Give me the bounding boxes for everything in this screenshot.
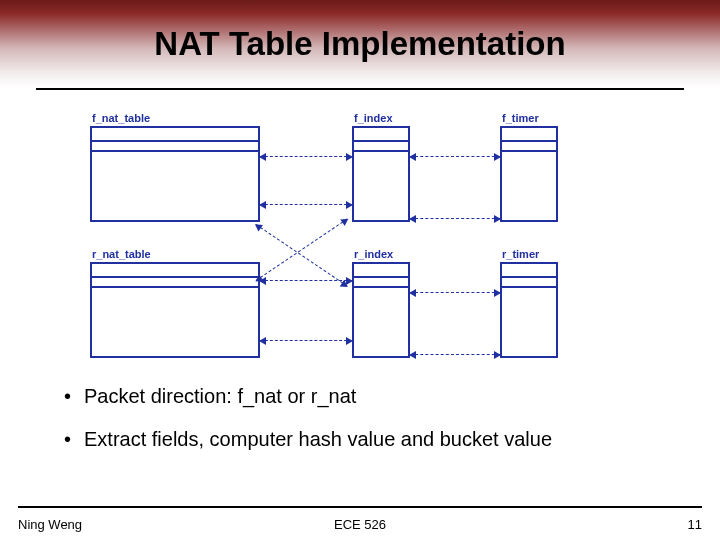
- r-nat-table-label: r_nat_table: [92, 248, 151, 260]
- bullet-item: Packet direction: f_nat or r_nat: [60, 384, 660, 409]
- r-timer-box: r_timer: [500, 262, 558, 358]
- slide-title: NAT Table Implementation: [154, 25, 565, 63]
- arrow-nat-idx-top2: [260, 204, 352, 205]
- title-divider: [36, 88, 684, 90]
- arrow-nat-idx-bot2: [260, 340, 352, 341]
- footer-author: Ning Weng: [18, 517, 82, 532]
- bullet-list: Packet direction: f_nat or r_nat Extract…: [60, 384, 660, 452]
- arrow-cross-up: [256, 219, 348, 281]
- r-nat-table-box: r_nat_table: [90, 262, 260, 358]
- f-index-label: f_index: [354, 112, 393, 124]
- bullet-item: Extract fields, computer hash value and …: [60, 427, 660, 452]
- nat-diagram: f_nat_table f_index f_timer r_nat_table …: [60, 104, 660, 364]
- footer-course: ECE 526: [334, 517, 386, 532]
- arrow-cross-down: [256, 224, 348, 286]
- footer-page-number: 11: [688, 517, 702, 532]
- footer-divider: [18, 506, 702, 508]
- slide-footer: Ning Weng ECE 526 11: [0, 517, 720, 532]
- r-index-label: r_index: [354, 248, 393, 260]
- f-timer-label: f_timer: [502, 112, 539, 124]
- f-index-box: f_index: [352, 126, 410, 222]
- arrow-nat-idx-top1: [260, 156, 352, 157]
- f-nat-table-box: f_nat_table: [90, 126, 260, 222]
- arrow-idx-tmr-top1: [410, 156, 500, 157]
- arrow-idx-tmr-bot1: [410, 292, 500, 293]
- f-timer-box: f_timer: [500, 126, 558, 222]
- arrow-idx-tmr-bot2: [410, 354, 500, 355]
- arrow-idx-tmr-top2: [410, 218, 500, 219]
- f-nat-table-label: f_nat_table: [92, 112, 150, 124]
- r-index-box: r_index: [352, 262, 410, 358]
- r-timer-label: r_timer: [502, 248, 539, 260]
